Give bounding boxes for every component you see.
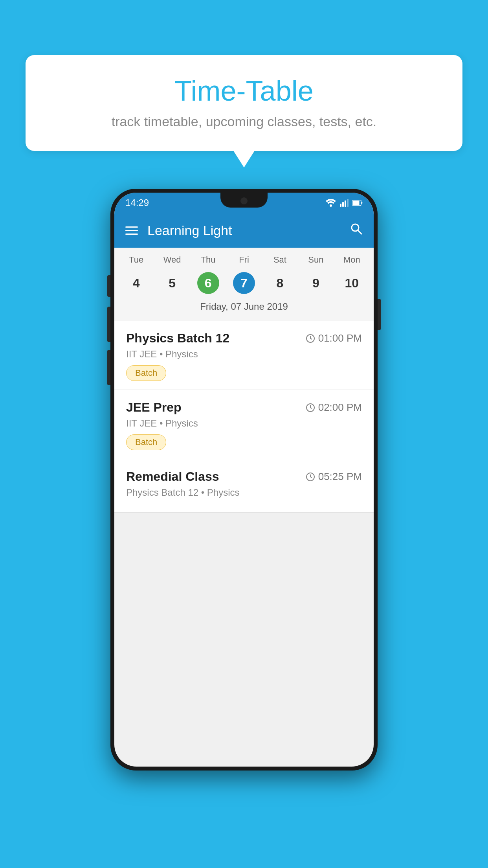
day-header-thu[interactable]: Thu bbox=[190, 255, 226, 269]
day-header-wed[interactable]: Wed bbox=[154, 255, 190, 269]
app-bar-title: Learning Light bbox=[147, 223, 350, 238]
hamburger-line-1 bbox=[125, 226, 138, 228]
clock-icon bbox=[306, 403, 315, 412]
volume-down-button bbox=[107, 350, 110, 385]
phone-frame: 14:29 bbox=[110, 189, 378, 771]
left-button-top bbox=[107, 275, 110, 297]
schedule-item-1[interactable]: JEE Prep 02:00 PMIIT JEE • PhysicsBatch bbox=[114, 390, 374, 459]
wifi-icon bbox=[326, 199, 336, 207]
day-headers: TueWedThuFriSatSunMon bbox=[114, 255, 374, 269]
speech-bubble-container: Time-Table track timetable, upcoming cla… bbox=[26, 55, 462, 151]
signal-icon bbox=[340, 199, 349, 207]
day-numbers: 45678910 bbox=[114, 269, 374, 297]
hamburger-line-3 bbox=[125, 234, 138, 235]
day-number-9[interactable]: 9 bbox=[298, 269, 334, 297]
schedule-item-header-2: Remedial Class 05:25 PM bbox=[126, 469, 362, 484]
bubble-title: Time-Table bbox=[49, 75, 439, 107]
selected-date-label: Friday, 07 June 2019 bbox=[114, 297, 374, 318]
phone-mockup: 14:29 bbox=[110, 189, 378, 771]
schedule-title-1: JEE Prep bbox=[126, 400, 182, 415]
status-time: 14:29 bbox=[125, 197, 149, 208]
schedule-item-header-1: JEE Prep 02:00 PM bbox=[126, 400, 362, 415]
svg-line-8 bbox=[358, 230, 361, 234]
schedule-title-0: Physics Batch 12 bbox=[126, 331, 229, 346]
schedule-item-2[interactable]: Remedial Class 05:25 PMPhysics Batch 12 … bbox=[114, 459, 374, 513]
svg-rect-4 bbox=[347, 199, 349, 207]
day-number-10[interactable]: 10 bbox=[334, 269, 370, 297]
schedule-title-2: Remedial Class bbox=[126, 469, 219, 484]
speech-bubble: Time-Table track timetable, upcoming cla… bbox=[26, 55, 462, 151]
day-header-fri[interactable]: Fri bbox=[226, 255, 262, 269]
power-button bbox=[378, 299, 381, 330]
clock-icon bbox=[306, 334, 315, 343]
batch-badge-1: Batch bbox=[126, 434, 166, 450]
schedule-time-2: 05:25 PM bbox=[306, 471, 362, 483]
schedule-subtitle-2: Physics Batch 12 • Physics bbox=[126, 487, 362, 498]
day-number-8[interactable]: 8 bbox=[262, 269, 298, 297]
schedule-item-header-0: Physics Batch 12 01:00 PM bbox=[126, 331, 362, 346]
search-button[interactable] bbox=[350, 223, 363, 238]
search-icon bbox=[350, 223, 363, 235]
bubble-subtitle: track timetable, upcoming classes, tests… bbox=[49, 114, 439, 129]
day-header-sat[interactable]: Sat bbox=[262, 255, 298, 269]
svg-rect-6 bbox=[353, 201, 360, 205]
phone-camera bbox=[240, 197, 248, 204]
app-bar: Learning Light bbox=[114, 213, 374, 248]
day-number-6[interactable]: 6 bbox=[190, 269, 226, 297]
menu-button[interactable] bbox=[125, 226, 138, 235]
calendar-strip: TueWedThuFriSatSunMon 45678910 Friday, 0… bbox=[114, 248, 374, 321]
batch-badge-0: Batch bbox=[126, 365, 166, 381]
battery-icon bbox=[352, 200, 363, 206]
clock-icon bbox=[306, 472, 315, 482]
schedule-time-1: 02:00 PM bbox=[306, 401, 362, 414]
day-header-sun[interactable]: Sun bbox=[298, 255, 334, 269]
schedule-item-0[interactable]: Physics Batch 12 01:00 PMIIT JEE • Physi… bbox=[114, 321, 374, 390]
day-number-7[interactable]: 7 bbox=[226, 269, 262, 297]
svg-point-0 bbox=[330, 204, 332, 207]
day-number-5[interactable]: 5 bbox=[154, 269, 190, 297]
day-header-tue[interactable]: Tue bbox=[118, 255, 154, 269]
svg-rect-2 bbox=[342, 202, 344, 207]
schedule-time-0: 01:00 PM bbox=[306, 332, 362, 344]
day-header-mon[interactable]: Mon bbox=[334, 255, 370, 269]
schedule-subtitle-1: IIT JEE • Physics bbox=[126, 418, 362, 429]
svg-rect-1 bbox=[340, 204, 341, 207]
status-icons bbox=[326, 199, 363, 207]
schedule-subtitle-0: IIT JEE • Physics bbox=[126, 349, 362, 360]
phone-notch bbox=[220, 193, 268, 208]
hamburger-line-2 bbox=[125, 230, 138, 231]
day-number-4[interactable]: 4 bbox=[118, 269, 154, 297]
svg-rect-3 bbox=[345, 200, 346, 207]
schedule-list: Physics Batch 12 01:00 PMIIT JEE • Physi… bbox=[114, 321, 374, 513]
phone-screen: 14:29 bbox=[114, 193, 374, 767]
volume-up-button bbox=[107, 307, 110, 342]
